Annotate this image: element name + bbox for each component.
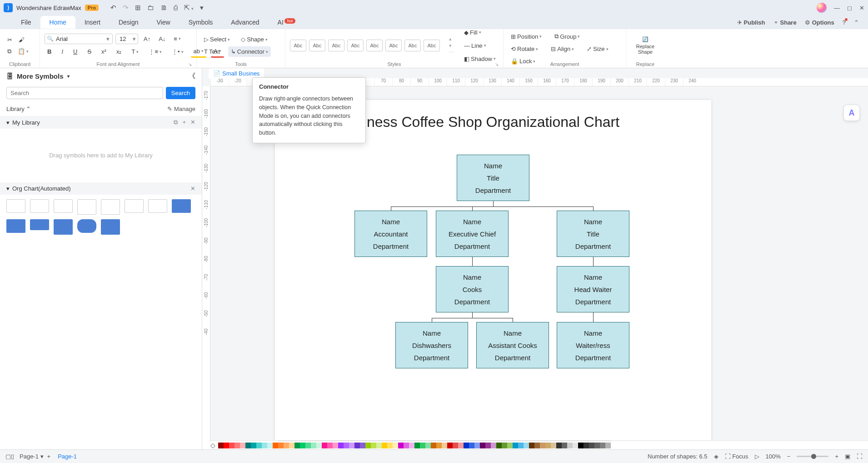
symbol-item[interactable] [54, 199, 73, 213]
qat-more[interactable]: ▾ [200, 4, 204, 12]
cut-button[interactable]: ✂ [5, 35, 15, 45]
color-swatch[interactable] [605, 443, 611, 448]
strike-button[interactable]: S [85, 46, 94, 58]
my-library-header[interactable]: ▾My Library ⧉ + ✕ [0, 116, 202, 129]
color-swatch[interactable] [578, 443, 584, 448]
symbol-item[interactable] [30, 199, 49, 213]
symbol-item[interactable] [77, 199, 96, 215]
color-swatch[interactable] [524, 443, 529, 448]
color-swatch[interactable] [333, 443, 338, 448]
symbol-item[interactable] [30, 219, 49, 230]
color-swatch[interactable] [594, 443, 600, 448]
symbol-item[interactable] [6, 219, 25, 233]
org-chart-header[interactable]: ▾Org Chart(Automated) ✕ [0, 182, 202, 195]
color-swatch[interactable] [442, 443, 447, 448]
color-swatch[interactable] [513, 443, 518, 448]
menu-advanced[interactable]: Advanced [222, 16, 268, 29]
color-swatch[interactable] [420, 443, 425, 448]
color-swatch[interactable] [245, 443, 251, 448]
color-swatch[interactable] [224, 443, 229, 448]
org-box[interactable]: NameAccountantDepartment [354, 211, 427, 257]
menu-home[interactable]: Home [40, 16, 75, 29]
menu-ai[interactable]: AIhot [269, 16, 305, 29]
color-swatch[interactable] [382, 443, 387, 448]
styles-launcher[interactable]: ↘ [495, 62, 499, 67]
color-swatch[interactable] [414, 443, 420, 448]
color-swatch[interactable] [491, 443, 496, 448]
style-swatch[interactable]: Abc [366, 40, 383, 51]
color-swatch[interactable] [534, 443, 540, 448]
color-swatch[interactable] [289, 443, 294, 448]
menu-design[interactable]: Design [110, 16, 148, 29]
color-swatch[interactable] [300, 443, 305, 448]
color-swatch[interactable] [344, 443, 349, 448]
color-swatch[interactable] [234, 443, 240, 448]
play-button[interactable]: ▷ [755, 453, 759, 460]
color-swatch[interactable] [458, 443, 464, 448]
new-lib-button[interactable]: ⧉ [174, 119, 178, 126]
color-swatch[interactable] [294, 443, 300, 448]
bold-button[interactable]: B [45, 46, 54, 58]
text-button[interactable]: T Text [201, 46, 223, 57]
case-button[interactable]: T [129, 46, 141, 58]
symbol-item[interactable] [125, 199, 144, 213]
color-swatch[interactable] [518, 443, 524, 448]
color-swatch[interactable] [273, 443, 278, 448]
color-swatch[interactable] [436, 443, 442, 448]
share-button[interactable]: ⚬ Share [773, 19, 797, 26]
style-swatch[interactable]: Abc [309, 40, 325, 51]
group-button[interactable]: ⧉ Group [552, 31, 583, 42]
manage-library-button[interactable]: ✎ Manage [167, 106, 195, 112]
underline-button[interactable]: U [70, 46, 80, 58]
color-swatch[interactable] [573, 443, 578, 448]
style-scroll-up[interactable]: ▴ [449, 36, 454, 42]
org-box[interactable]: NameExecutive ChiefDepartment [436, 211, 509, 257]
color-swatch[interactable] [256, 443, 262, 448]
color-swatch[interactable] [267, 443, 273, 448]
color-swatch[interactable] [453, 443, 458, 448]
shrink-font-button[interactable]: A↓ [156, 34, 168, 44]
color-swatch[interactable] [502, 443, 507, 448]
style-gallery[interactable]: AbcAbcAbcAbcAbcAbcAbcAbc [290, 40, 444, 51]
style-swatch[interactable]: Abc [347, 40, 364, 51]
collapse-ribbon-button[interactable]: ⌃ [854, 19, 859, 26]
style-gallery-more[interactable]: ⋯ [449, 50, 454, 55]
color-swatch[interactable] [376, 443, 382, 448]
color-swatch[interactable] [316, 443, 322, 448]
line-button[interactable]: — Line [461, 40, 499, 51]
menu-symbols[interactable]: Symbols [180, 16, 222, 29]
color-swatch[interactable] [611, 443, 616, 448]
align-button[interactable]: ⊟ Align [548, 44, 577, 54]
style-swatch[interactable]: Abc [385, 40, 402, 51]
color-swatch[interactable] [365, 443, 371, 448]
symbol-item[interactable] [101, 199, 120, 215]
color-swatch[interactable] [529, 443, 534, 448]
org-box[interactable]: NameAssistant CooksDepartment [476, 322, 549, 368]
color-swatch[interactable] [371, 443, 376, 448]
close-button[interactable]: ✕ [859, 5, 864, 11]
color-swatch[interactable] [338, 443, 344, 448]
color-swatch[interactable] [480, 443, 485, 448]
new-button[interactable]: ⊞ [135, 4, 141, 12]
org-box[interactable]: NameHead WaiterDepartment [557, 266, 629, 312]
export-button[interactable]: ⇱ [184, 4, 194, 12]
style-scroll-down[interactable]: ▾ [449, 43, 454, 49]
user-avatar[interactable] [817, 3, 827, 13]
open-button[interactable]: 🗀 [147, 4, 154, 12]
italic-button[interactable]: I [59, 46, 66, 58]
color-swatch[interactable] [551, 443, 556, 448]
collapse-panel-button[interactable]: 《 [189, 72, 195, 81]
focus-button[interactable]: ⛶ Focus [725, 453, 748, 460]
zoom-slider[interactable] [797, 456, 828, 457]
zoom-in-button[interactable]: + [835, 453, 838, 460]
symbol-item[interactable] [101, 219, 120, 235]
line-spacing-button[interactable]: ⋮≡ [146, 46, 165, 58]
add-lib-button[interactable]: + [182, 119, 186, 126]
color-swatch[interactable] [305, 443, 311, 448]
more-symbols-label[interactable]: More Symbols [17, 72, 64, 80]
org-box[interactable]: NameTitleDepartment [557, 211, 629, 257]
font-launcher[interactable]: ↘ [188, 62, 192, 67]
menu-insert[interactable]: Insert [75, 16, 110, 29]
symbol-search-input[interactable] [6, 87, 163, 99]
color-swatch[interactable] [284, 443, 289, 448]
